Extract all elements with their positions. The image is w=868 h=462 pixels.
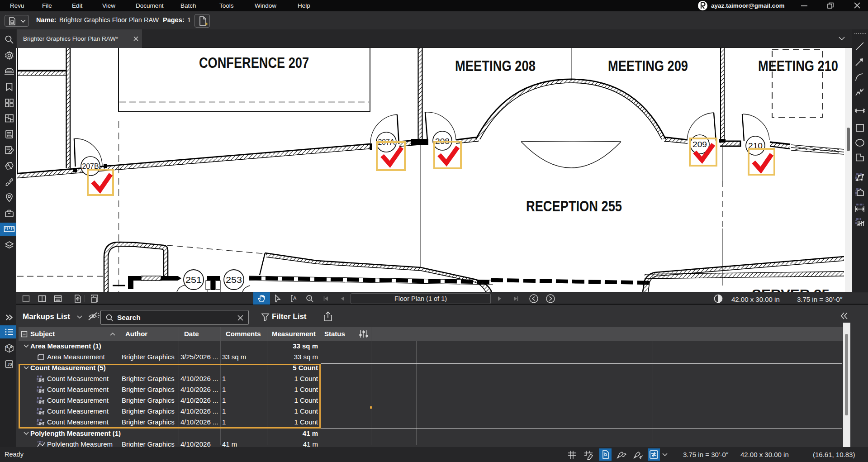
svg-text:D: D <box>10 346 13 348</box>
svg-text:A: A <box>293 295 297 301</box>
svg-text:JS: JS <box>7 362 12 367</box>
svg-text:SERVER 25: SERVER 25 <box>752 287 830 292</box>
svg-text:RECEPTION 255: RECEPTION 255 <box>526 197 622 214</box>
svg-text:CONFERENCE 207: CONFERENCE 207 <box>199 54 309 71</box>
svg-text:209: 209 <box>693 140 707 149</box>
svg-text:251: 251 <box>185 275 202 285</box>
svg-text:MEETING 208: MEETING 208 <box>455 57 536 74</box>
svg-text:MEETING 209: MEETING 209 <box>608 57 688 74</box>
svg-text:MEETING 210: MEETING 210 <box>758 57 838 74</box>
svg-text:253: 253 <box>226 275 242 285</box>
